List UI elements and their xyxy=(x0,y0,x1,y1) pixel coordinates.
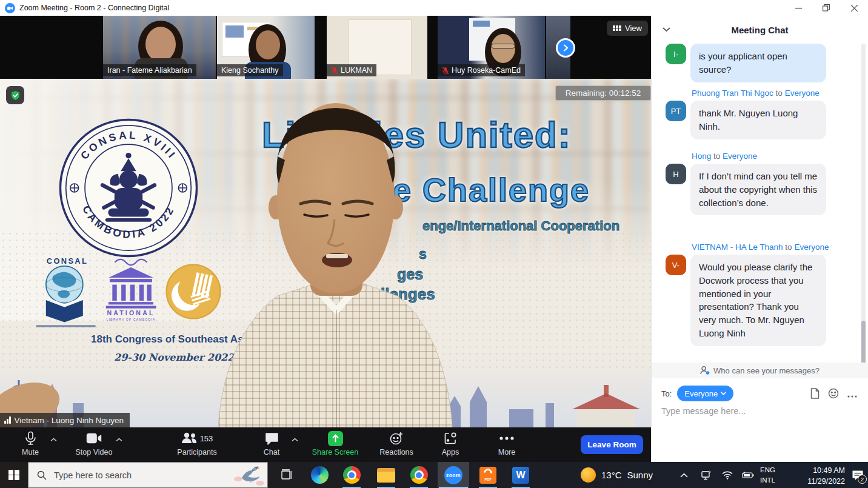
start-button[interactable] xyxy=(0,462,28,488)
tray-cast-button[interactable] xyxy=(696,462,715,488)
video-options-chevron[interactable] xyxy=(116,433,122,444)
file-attach-icon[interactable] xyxy=(810,388,820,401)
message-sender[interactable]: Hong xyxy=(692,152,711,161)
minimize-button[interactable] xyxy=(784,0,812,16)
restore-button[interactable] xyxy=(812,0,840,16)
muted-mic-icon xyxy=(442,67,449,75)
security-shield-badge[interactable] xyxy=(6,86,24,104)
avatar: PT xyxy=(666,101,686,121)
weather-condition: Sunny xyxy=(627,470,653,480)
speaker-name-tag: Vietnam - Luong Ninh Nguyen xyxy=(0,413,130,427)
more-button[interactable]: More xyxy=(473,431,540,456)
taskbar-word-button[interactable]: W xyxy=(507,462,535,488)
foxit-pdf-icon: PDF xyxy=(479,467,496,484)
taskbar-chrome2-button[interactable] xyxy=(405,462,433,488)
next-page-arrow-button[interactable] xyxy=(556,38,575,58)
speaker-name: Vietnam - Luong Ninh Nguyen xyxy=(15,416,124,425)
notification-center-button[interactable]: 2 xyxy=(847,462,868,488)
close-button[interactable] xyxy=(840,0,868,16)
reactions-icon xyxy=(389,431,404,446)
zoom-app-window: Zoom Meeting - Room 2 - Connecting Digit… xyxy=(0,0,868,488)
recipient-selector[interactable]: Everyone xyxy=(677,386,733,401)
thumbnail-strip: Iran - Fateme Aliakbarian Kieng Sochanth… xyxy=(0,16,651,79)
message-recipient[interactable]: Everyone xyxy=(723,152,757,161)
taskbar-foxit-button[interactable]: PDF xyxy=(474,462,502,488)
share-screen-button[interactable]: Share Screen xyxy=(302,431,369,456)
message-sender[interactable]: Phuong Tran Thi Ngoc xyxy=(692,89,773,98)
message-bubble[interactable]: Would you please clarify the Docwork pro… xyxy=(690,255,826,346)
clock-time: 10:49 AM xyxy=(786,465,845,476)
chat-message: VIETNAM - HA Le Thanh to Everyone V- Wou… xyxy=(666,242,858,346)
privacy-text: Who can see your messages? xyxy=(713,366,820,375)
to-word: to xyxy=(785,242,792,252)
message-bubble[interactable]: is your applicant open source? xyxy=(690,44,826,82)
to-word: to xyxy=(776,89,783,98)
taskbar-search[interactable] xyxy=(28,462,268,488)
chat-message-input[interactable] xyxy=(661,406,855,416)
foxit-pdf-text: PDF xyxy=(485,478,492,481)
participant-face xyxy=(256,30,280,59)
chat-scrollbar-track[interactable] xyxy=(861,44,866,364)
chrome-icon xyxy=(343,466,361,484)
taskbar-explorer-button[interactable] xyxy=(372,462,400,488)
chat-message: I- is your applicant open source? xyxy=(666,44,858,82)
share-screen-icon xyxy=(328,431,343,446)
to-label: To: xyxy=(661,389,672,398)
tray-battery-button[interactable] xyxy=(738,462,758,488)
participants-label: Participants xyxy=(177,448,216,456)
chat-message: Hong to Everyone H If I don’t mind can y… xyxy=(666,152,858,215)
participant-face xyxy=(145,27,176,62)
participant-thumbnail[interactable]: LUKMAN xyxy=(327,16,427,79)
window-title: Zoom Meeting - Room 2 - Connecting Digit… xyxy=(19,4,169,12)
participant-name: Huy Roseka-CamEd xyxy=(452,66,521,75)
message-bubble[interactable]: If I don’t mind can you tell me about th… xyxy=(690,164,826,215)
taskbar-clock[interactable]: 10:49 AM 11/29/2022 xyxy=(786,465,845,487)
emoji-icon[interactable] xyxy=(828,388,839,401)
message-recipient[interactable]: Everyone xyxy=(794,242,829,252)
mute-options-chevron[interactable] xyxy=(50,433,57,444)
edge-icon xyxy=(311,466,329,484)
chat-bubble-icon xyxy=(265,431,279,446)
avatar: H xyxy=(666,164,686,184)
participant-thumbnail[interactable]: Huy Roseka-CamEd xyxy=(438,16,545,79)
participant-name: Iran - Fateme Aliakbarian xyxy=(107,66,192,75)
chevron-up-icon xyxy=(680,473,688,478)
search-input[interactable] xyxy=(54,470,205,480)
view-button[interactable]: View xyxy=(607,21,648,36)
main-speaker-video[interactable]: Libraries United: e Challenge enge/Inter… xyxy=(0,79,651,427)
tray-wifi-button[interactable] xyxy=(718,462,737,488)
more-options-icon[interactable] xyxy=(847,389,857,400)
taskbar-weather[interactable]: 13°C Sunny xyxy=(581,462,653,488)
message-bubble[interactable]: thank Mr. Nguyen Luong Ninh. xyxy=(690,101,826,139)
participant-name-label: Huy Roseka-CamEd xyxy=(438,64,525,76)
title-bar: Zoom Meeting - Room 2 - Connecting Digit… xyxy=(0,0,868,16)
taskbar-edge-button[interactable] xyxy=(305,462,333,488)
leave-room-button[interactable]: Leave Room xyxy=(581,435,643,454)
privacy-note[interactable]: Who can see your messages? xyxy=(652,363,868,378)
presenter-figure xyxy=(0,79,651,427)
reactions-label: Reactions xyxy=(379,448,413,456)
taskbar-zoom-button[interactable]: zoom xyxy=(438,462,469,488)
language-indicator[interactable]: ENG INTL xyxy=(760,465,775,485)
message-header: Phuong Tran Thi Ngoc to Everyone xyxy=(692,89,858,98)
tray-expand-button[interactable] xyxy=(674,462,693,488)
who-can-see-icon xyxy=(700,366,710,375)
participant-name-label: Kieng Sochanthy xyxy=(217,64,283,76)
video-area: Iran - Fateme Aliakbarian Kieng Sochanth… xyxy=(0,16,651,462)
participant-thumbnail[interactable]: Kieng Sochanthy xyxy=(217,16,315,79)
zoom-icon: zoom xyxy=(444,466,462,484)
taskbar-chrome-button[interactable] xyxy=(338,462,366,488)
remaining-timer: Remaining: 00:12:52 xyxy=(555,85,651,101)
mic-icon xyxy=(24,431,37,446)
chat-scrollbar-thumb[interactable] xyxy=(861,321,866,364)
participant-thumbnail[interactable]: Iran - Fateme Aliakbarian xyxy=(103,16,216,79)
chat-options-chevron[interactable] xyxy=(292,433,298,444)
windows-logo-icon xyxy=(8,470,19,481)
apps-icon xyxy=(444,431,457,446)
task-view-button[interactable] xyxy=(272,462,299,488)
message-recipient[interactable]: Everyone xyxy=(785,89,820,98)
message-sender[interactable]: VIETNAM - HA Le Thanh xyxy=(692,242,783,252)
chat-header: Meeting Chat xyxy=(652,16,868,44)
recipient-selected: Everyone xyxy=(684,389,718,398)
participants-button[interactable]: 153 Participants xyxy=(164,431,230,456)
